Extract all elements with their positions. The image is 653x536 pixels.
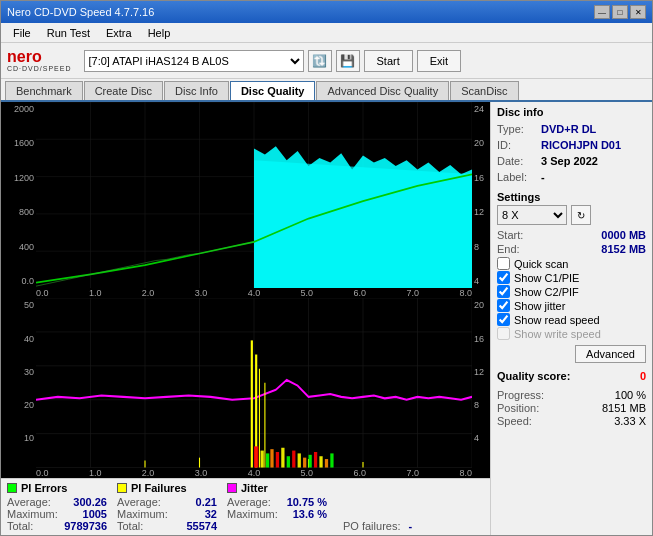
bottom-chart-row: 50 40 30 20 10	[1, 298, 490, 468]
jitter-color	[227, 483, 237, 493]
bottom-chart-inner	[36, 298, 472, 468]
top-chart-inner	[36, 102, 472, 288]
svg-rect-49	[314, 452, 317, 468]
pof-group: PO failures: -	[343, 482, 412, 532]
quality-row: Quality score: 0	[497, 370, 646, 382]
tab-create-disc[interactable]: Create Disc	[84, 81, 163, 100]
menu-run-test[interactable]: Run Test	[39, 25, 98, 41]
bottom-y-axis-right: 20 16 12 8 4	[472, 298, 490, 468]
svg-rect-42	[276, 452, 279, 468]
settings-section: Settings 8 X ↻ Start: 0000 MB End: 8152 …	[497, 191, 646, 363]
window-controls: — □ ✕	[594, 5, 646, 19]
quick-scan-checkbox[interactable]	[497, 257, 510, 270]
bottom-y-axis-left: 50 40 30 20 10	[1, 298, 36, 468]
bottom-chart-svg	[36, 298, 472, 468]
speed-select[interactable]: 8 X	[497, 205, 567, 225]
side-panel: Disc info Type: DVD+R DL ID: RICOHJPN D0…	[490, 102, 652, 535]
top-y-axis-right: 24 20 16 12 8 4	[472, 102, 490, 288]
show-read-speed-checkbox[interactable]	[497, 313, 510, 326]
refresh-button[interactable]: 🔃	[308, 50, 332, 72]
exit-button[interactable]: Exit	[417, 50, 461, 72]
pi-errors-group: PI Errors Average: 300.26 Maximum: 1005 …	[7, 482, 107, 532]
svg-rect-39	[261, 451, 264, 468]
svg-rect-40	[266, 454, 269, 468]
toolbar: nero CD·DVD/SPEED [7:0] ATAPI iHAS124 B …	[1, 43, 652, 79]
tab-benchmark[interactable]: Benchmark	[5, 81, 83, 100]
window-title: Nero CD-DVD Speed 4.7.7.16	[7, 6, 594, 18]
tab-advanced-disc-quality[interactable]: Advanced Disc Quality	[316, 81, 449, 100]
svg-rect-41	[270, 450, 273, 468]
show-write-speed-checkbox[interactable]	[497, 327, 510, 340]
charts-wrapper: 2000 1600 1200 800 400 0.0	[1, 102, 490, 535]
svg-rect-45	[292, 451, 295, 468]
stats-area: PI Errors Average: 300.26 Maximum: 1005 …	[1, 478, 490, 535]
nero-logo: nero CD·DVD/SPEED	[7, 49, 72, 72]
top-y-axis-left: 2000 1600 1200 800 400 0.0	[1, 102, 36, 288]
top-x-axis: 0.0 1.0 2.0 3.0 4.0 5.0 6.0 7.0 8.0	[1, 288, 490, 298]
tab-disc-quality[interactable]: Disc Quality	[230, 81, 316, 100]
svg-rect-44	[287, 457, 290, 468]
disc-info-title: Disc info	[497, 106, 646, 118]
pi-failures-label: PI Failures	[131, 482, 187, 494]
svg-rect-47	[303, 458, 306, 468]
jitter-group: Jitter Average: 10.75 % Maximum: 13.6 %	[227, 482, 327, 532]
maximize-button[interactable]: □	[612, 5, 628, 19]
top-chart-svg	[36, 102, 472, 288]
show-c1pie-checkbox[interactable]	[497, 271, 510, 284]
main-content: 2000 1600 1200 800 400 0.0	[1, 102, 652, 535]
drive-select[interactable]: [7:0] ATAPI iHAS124 B AL0S	[84, 50, 304, 72]
minimize-button[interactable]: —	[594, 5, 610, 19]
pi-errors-color	[7, 483, 17, 493]
title-bar: Nero CD-DVD Speed 4.7.7.16 — □ ✕	[1, 1, 652, 23]
top-chart-row: 2000 1600 1200 800 400 0.0	[1, 102, 490, 288]
close-button[interactable]: ✕	[630, 5, 646, 19]
main-window: Nero CD-DVD Speed 4.7.7.16 — □ ✕ File Ru…	[0, 0, 653, 536]
svg-rect-46	[298, 454, 301, 468]
svg-marker-15	[254, 146, 472, 288]
advanced-button[interactable]: Advanced	[575, 345, 646, 363]
svg-rect-38	[254, 447, 258, 468]
menu-file[interactable]: File	[5, 25, 39, 41]
speed-refresh-button[interactable]: ↻	[571, 205, 591, 225]
menu-bar: File Run Test Extra Help	[1, 23, 652, 43]
menu-extra[interactable]: Extra	[98, 25, 140, 41]
bottom-x-axis: 0.0 1.0 2.0 3.0 4.0 5.0 6.0 7.0 8.0	[1, 468, 490, 478]
jitter-label: Jitter	[241, 482, 268, 494]
start-button[interactable]: Start	[364, 50, 413, 72]
svg-rect-50	[319, 457, 322, 468]
pi-failures-group: PI Failures Average: 0.21 Maximum: 32 To…	[117, 482, 217, 532]
svg-rect-43	[281, 448, 284, 468]
pi-failures-color	[117, 483, 127, 493]
svg-rect-51	[325, 460, 328, 468]
tab-disc-info[interactable]: Disc Info	[164, 81, 229, 100]
svg-rect-48	[309, 455, 312, 468]
save-button[interactable]: 💾	[336, 50, 360, 72]
menu-help[interactable]: Help	[140, 25, 179, 41]
svg-rect-52	[330, 454, 333, 468]
tab-scandisc[interactable]: ScanDisc	[450, 81, 518, 100]
tabs: Benchmark Create Disc Disc Info Disc Qua…	[1, 79, 652, 102]
progress-section: Progress: 100 % Position: 8151 MB Speed:…	[497, 389, 646, 428]
show-jitter-checkbox[interactable]	[497, 299, 510, 312]
show-c2pif-checkbox[interactable]	[497, 285, 510, 298]
pi-errors-label: PI Errors	[21, 482, 67, 494]
